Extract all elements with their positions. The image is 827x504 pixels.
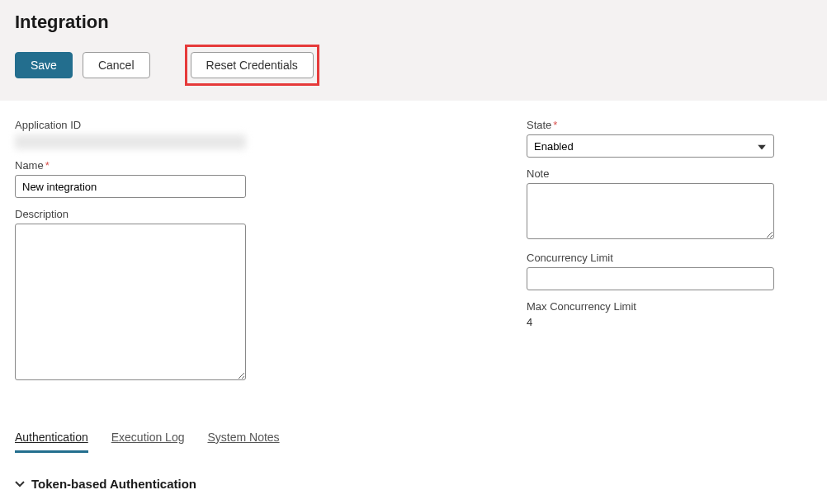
action-button-row: Save Cancel Reset Credentials [15,45,812,86]
page-title: Integration [15,12,812,33]
description-label: Description [15,208,527,220]
max-concurrency-limit-label: Max Concurrency Limit [527,300,812,313]
state-select[interactable]: Enabled [527,134,774,158]
description-input[interactable] [15,224,246,380]
chevron-down-icon[interactable] [15,478,25,490]
name-label: Name* [15,159,527,172]
section-title-token-auth: Token-based Authentication [31,477,196,491]
highlight-annotation: Reset Credentials [185,45,319,86]
name-input[interactable] [15,175,246,198]
tab-execution-log[interactable]: Execution Log [111,431,185,453]
application-id-value [15,134,246,149]
tabs-row: Authentication Execution Log System Note… [15,417,812,454]
reset-credentials-button[interactable]: Reset Credentials [191,52,314,78]
required-asterisk: * [553,119,557,131]
required-asterisk: * [45,159,50,172]
cancel-button[interactable]: Cancel [83,52,150,78]
concurrency-limit-label: Concurrency Limit [527,252,812,264]
tab-authentication[interactable]: Authentication [15,431,88,453]
tab-system-notes[interactable]: System Notes [207,431,279,453]
save-button[interactable]: Save [15,52,73,78]
concurrency-limit-input[interactable] [527,267,774,290]
max-concurrency-limit-value: 4 [527,316,812,328]
note-input[interactable] [527,183,774,239]
state-label: State* [527,119,812,131]
application-id-label: Application ID [15,119,527,131]
note-label: Note [527,167,812,180]
